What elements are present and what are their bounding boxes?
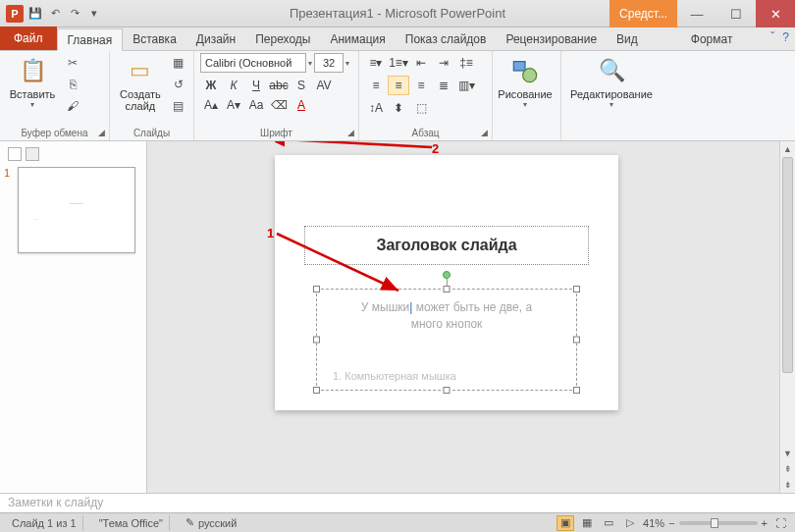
next-slide-icon[interactable]: ⇟ (780, 477, 795, 493)
scroll-down-icon[interactable]: ▼ (780, 446, 795, 461)
slide-canvas[interactable]: Заголовок слайда У мышки| может быть не … (275, 155, 618, 410)
minimize-ribbon-icon[interactable]: ˇ (770, 30, 774, 44)
tab-insert[interactable]: Вставка (123, 27, 186, 50)
numbering-button[interactable]: 1≡▾ (388, 53, 409, 73)
thumbnail-item[interactable]: 1 ───── ── (4, 167, 142, 253)
section-icon[interactable]: ▤ (169, 96, 188, 116)
slide-editor[interactable]: Заголовок слайда У мышки| может быть не … (147, 141, 795, 493)
font-size-select[interactable]: 32 (314, 53, 344, 73)
redo-icon[interactable]: ↷ (67, 6, 82, 22)
tab-design[interactable]: Дизайн (186, 27, 245, 50)
increase-indent-button[interactable]: ⇥ (433, 53, 454, 73)
italic-button[interactable]: К (223, 76, 244, 95)
shrink-font-button[interactable]: A▾ (223, 95, 244, 115)
justify-button[interactable]: ≣ (433, 76, 454, 95)
group-editing: 🔍 Редактирование ▾ (561, 51, 656, 140)
strikethrough-button[interactable]: abc (268, 76, 290, 95)
tab-home[interactable]: Главная (57, 28, 124, 51)
vertical-scrollbar[interactable]: ▲ ▼ ⇞ ⇟ (779, 141, 795, 493)
layout-icon[interactable]: ▦ (169, 53, 188, 73)
paste-button[interactable]: 📋 Вставить ▾ (6, 53, 59, 111)
thumbnail-number: 1 (4, 167, 14, 253)
align-text-button[interactable]: ⬍ (388, 98, 409, 118)
smartart-button[interactable]: ⬚ (410, 98, 432, 118)
fit-window-icon[interactable]: ⛶ (771, 515, 789, 531)
svg-rect-0 (513, 62, 525, 71)
prev-slide-icon[interactable]: ⇞ (780, 461, 795, 477)
reading-view-icon[interactable]: ▭ (600, 515, 617, 531)
new-slide-button[interactable]: ▭ Создать слайд (116, 53, 165, 114)
content-placeholder[interactable]: У мышки| может быть не две, а много кноп… (316, 289, 577, 391)
zoom-out-icon[interactable]: − (668, 517, 674, 529)
status-language[interactable]: ✎ русский (180, 515, 242, 531)
save-icon[interactable]: 💾 (27, 6, 43, 22)
decrease-indent-button[interactable]: ⇤ (410, 53, 432, 73)
reset-icon[interactable]: ↺ (169, 75, 188, 94)
paragraph-dialog-launcher[interactable]: ◢ (478, 127, 490, 138)
char-spacing-button[interactable]: AV (313, 76, 335, 95)
help-icon[interactable]: ? (782, 30, 789, 44)
drawing-button[interactable]: Рисование ▾ (499, 53, 552, 111)
cut-icon[interactable]: ✂ (63, 53, 82, 73)
text-direction-button[interactable]: ↕A (365, 98, 387, 118)
scroll-thumb[interactable] (782, 157, 793, 373)
align-left-button[interactable]: ≡ (365, 76, 387, 95)
align-center-button[interactable]: ≡ (388, 76, 409, 95)
tab-animation[interactable]: Анимация (320, 27, 395, 50)
bullets-button[interactable]: ≡▾ (365, 53, 387, 73)
change-case-button[interactable]: Aa (245, 95, 267, 115)
font-dialog-launcher[interactable]: ◢ (344, 127, 356, 138)
shadow-button[interactable]: S (291, 76, 312, 95)
group-paragraph: ≡▾ 1≡▾ ⇤ ⇥ ‡≡ ≡ ≡ ≡ ≣ ▥▾ ↕A ⬍ ⬚ Абзац ◢ (359, 51, 493, 140)
clipboard-dialog-launcher[interactable]: ◢ (95, 127, 107, 138)
resize-handle-br[interactable] (573, 387, 580, 394)
resize-handle-ml[interactable] (313, 337, 320, 344)
slideshow-view-icon[interactable]: ▷ (621, 515, 639, 531)
resize-handle-bl[interactable] (313, 387, 320, 394)
zoom-slider-thumb[interactable] (711, 518, 718, 528)
zoom-in-icon[interactable]: + (762, 517, 768, 529)
qat-dropdown-icon[interactable]: ▾ (86, 6, 102, 22)
rotation-handle[interactable] (443, 271, 450, 279)
normal-view-icon[interactable]: ▣ (556, 515, 574, 531)
close-button[interactable]: ✕ (756, 0, 795, 27)
bold-button[interactable]: Ж (200, 76, 222, 95)
line-spacing-button[interactable]: ‡≡ (455, 53, 477, 73)
resize-handle-bm[interactable] (444, 387, 450, 394)
copy-icon[interactable]: ⎘ (63, 75, 82, 94)
content-text[interactable]: У мышки| может быть не две, а много кноп… (317, 290, 576, 343)
status-bar: Слайд 1 из 1 "Тема Office" ✎ русский ▣ ▦… (0, 512, 795, 532)
outline-tab-icon[interactable] (26, 147, 39, 161)
tab-slideshow[interactable]: Показ слайдов (396, 27, 497, 50)
title-placeholder[interactable]: Заголовок слайда (304, 226, 589, 265)
slides-tab-icon[interactable] (8, 147, 22, 161)
clear-format-button[interactable]: ⌫ (268, 95, 290, 115)
format-painter-icon[interactable]: 🖌 (63, 96, 82, 116)
undo-icon[interactable]: ↶ (47, 6, 63, 22)
resize-handle-tl[interactable] (313, 286, 320, 293)
font-name-select[interactable]: Calibri (Основной (200, 53, 306, 73)
tab-transitions[interactable]: Переходы (245, 27, 320, 50)
maximize-button[interactable]: ☐ (716, 0, 756, 27)
tab-format[interactable]: Формат (681, 27, 743, 50)
minimize-button[interactable]: — (677, 0, 716, 27)
thumbnail-preview[interactable]: ───── ── (18, 167, 135, 253)
editing-button[interactable]: 🔍 Редактирование ▾ (567, 53, 656, 111)
underline-button[interactable]: Ч (245, 76, 267, 95)
resize-handle-tm[interactable] (444, 286, 450, 293)
notes-pane[interactable]: Заметки к слайду (0, 493, 795, 512)
grow-font-button[interactable]: A▴ (200, 95, 222, 115)
tab-review[interactable]: Рецензирование (496, 27, 607, 50)
sorter-view-icon[interactable]: ▦ (578, 515, 596, 531)
contextual-tab[interactable]: Средст... (610, 0, 677, 27)
resize-handle-tr[interactable] (573, 286, 580, 293)
zoom-percent[interactable]: 41% (643, 517, 664, 529)
scroll-up-icon[interactable]: ▲ (780, 141, 795, 157)
file-tab[interactable]: Файл (0, 27, 57, 50)
zoom-slider[interactable] (679, 521, 758, 525)
resize-handle-mr[interactable] (573, 337, 580, 344)
tab-view[interactable]: Вид (607, 27, 648, 50)
columns-button[interactable]: ▥▾ (455, 76, 477, 95)
font-color-button[interactable]: A (291, 95, 312, 115)
align-right-button[interactable]: ≡ (410, 76, 432, 95)
